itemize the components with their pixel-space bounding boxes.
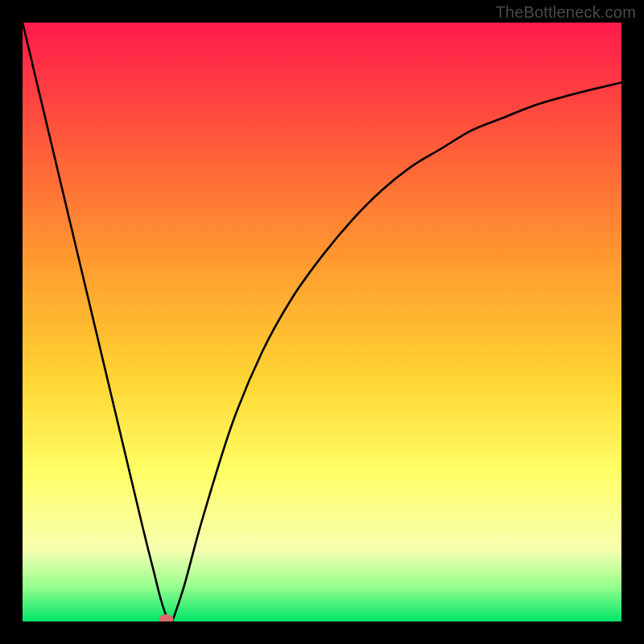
bottleneck-chart bbox=[23, 23, 621, 621]
heat-background bbox=[23, 23, 621, 621]
chart-frame: TheBottleneck.com bbox=[0, 0, 644, 644]
watermark-text: TheBottleneck.com bbox=[495, 3, 636, 22]
